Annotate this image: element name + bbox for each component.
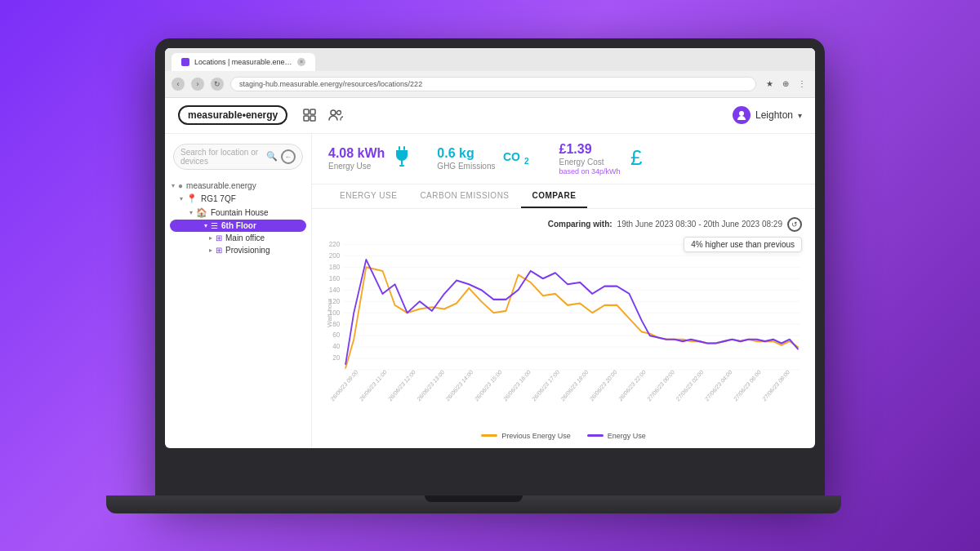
team-icon[interactable] [327, 106, 345, 124]
user-menu[interactable]: Leighton ▾ [733, 106, 802, 124]
svg-text:26/06/23 12:00: 26/06/23 12:00 [387, 368, 416, 402]
svg-point-4 [331, 110, 336, 115]
svg-rect-9 [401, 160, 403, 165]
user-name: Leighton [755, 109, 793, 121]
back-nav-btn[interactable]: ‹ [172, 78, 185, 91]
chevron-down-icon-floor: ▾ [204, 222, 207, 229]
ghg-value: 0.6 kg [437, 146, 495, 161]
tree-item-main-office[interactable]: ▸ ⊞ Main office [165, 232, 311, 244]
tree-item-root[interactable]: ▾ ● measurable.energy [165, 180, 311, 192]
address-text: staging-hub.measurable.energy/resources/… [239, 80, 422, 88]
tree-item-provisioning[interactable]: ▸ ⊞ Provisioning [165, 244, 311, 256]
svg-text:26/06/23 17:00: 26/06/23 17:00 [532, 368, 560, 402]
browser-chrome: Locations | measurable.energy × × ‹ › ↻ … [165, 48, 815, 98]
search-bar[interactable]: Search for location or devices 🔍 ← [173, 144, 303, 170]
svg-text:26/06/23 18:00: 26/06/23 18:00 [560, 368, 589, 402]
svg-text:27/06/23 02:00: 27/06/23 02:00 [675, 368, 704, 402]
svg-rect-2 [304, 116, 309, 121]
browser-tabs: Locations | measurable.energy × × [165, 48, 815, 71]
tab-favicon [181, 58, 189, 66]
svg-text:180: 180 [329, 262, 341, 271]
building-icon: 🏠 [196, 207, 207, 218]
svg-rect-8 [403, 146, 405, 150]
tree-item-building[interactable]: ▾ 🏠 Fountain House [165, 206, 311, 220]
reload-nav-btn[interactable]: ↻ [211, 78, 224, 91]
svg-text:26/06/23 14:00: 26/06/23 14:00 [445, 368, 474, 402]
search-placeholder: Search for location or devices [180, 148, 263, 166]
tab-energy-use-label: ENERGY USE [340, 191, 397, 200]
browser-actions: ★ ⊕ ⋮ [763, 78, 808, 91]
svg-text:26/06/23 13:00: 26/06/23 13:00 [416, 368, 445, 402]
svg-text:26/06/23 20:00: 26/06/23 20:00 [589, 368, 617, 402]
tab-close-btn[interactable]: × [297, 58, 305, 66]
svg-text:26/06/23 15:00: 26/06/23 15:00 [474, 368, 502, 402]
laptop-notch [425, 495, 523, 502]
cost-label: Energy Cost [559, 157, 620, 167]
root-icon: ● [178, 181, 183, 190]
pound-icon: £ [629, 145, 647, 172]
cost-sublabel: based on 34p/kWh [559, 167, 620, 176]
energy-value: 4.08 kWh [328, 146, 385, 161]
svg-text:Watt-hour: Watt-hour [327, 297, 333, 327]
svg-text:27/06/23 00:00: 27/06/23 00:00 [646, 368, 675, 402]
svg-text:26/06/23 16:00: 26/06/23 16:00 [502, 368, 531, 402]
address-bar[interactable]: staging-hub.measurable.energy/resources/… [230, 77, 756, 91]
tab-carbon[interactable]: CARBON EMISSIONS [408, 184, 520, 208]
history-icon[interactable]: ↺ [787, 217, 802, 232]
forward-nav-btn[interactable]: › [191, 78, 204, 91]
higher-badge: 4% higher use than previous [684, 237, 802, 252]
svg-text:160: 160 [329, 273, 341, 282]
search-icon[interactable]: 🔍 [266, 151, 278, 162]
legend-previous: Previous Energy Use [481, 432, 571, 440]
sidebar: Search for location or devices 🔍 ← ▾ ● m… [165, 134, 312, 448]
tab-compare-label: COMPARE [532, 191, 577, 200]
svg-text:220: 220 [329, 239, 341, 248]
stat-cost: £1.39 Energy Cost based on 34p/kWh £ [559, 142, 646, 176]
laptop-frame: Locations | measurable.energy × × ‹ › ↻ … [155, 38, 825, 495]
svg-text:27/06/23 06:00: 27/06/23 06:00 [733, 368, 761, 402]
svg-text:£: £ [630, 145, 643, 168]
co2-icon: CO 2 [503, 148, 532, 170]
right-panel: 4.08 kWh Energy Use [312, 134, 815, 448]
browser-tab-active[interactable]: Locations | measurable.energy × × [172, 53, 315, 71]
user-chevron-icon: ▾ [798, 111, 802, 120]
chart-svg: 220 200 180 160 140 120 100 80 60 40 [325, 237, 802, 427]
tree-label-provisioning: Provisioning [225, 246, 270, 255]
chevron-down-icon-postcode: ▾ [180, 195, 183, 202]
back-btn[interactable]: ← [281, 149, 296, 164]
ghg-label: GHG Emissions [437, 161, 495, 171]
tree-item-floor[interactable]: ▾ ☰ 6th Floor [170, 220, 306, 232]
svg-rect-10 [399, 165, 404, 167]
tab-carbon-label: CARBON EMISSIONS [420, 191, 509, 200]
svg-rect-3 [310, 116, 315, 121]
tab-energy-use[interactable]: ENERGY USE [328, 184, 408, 208]
svg-text:26/06/23 09:00: 26/06/23 09:00 [330, 368, 359, 402]
floor-icon: ☰ [211, 221, 218, 230]
grid-icon[interactable] [301, 106, 318, 124]
svg-text:40: 40 [332, 341, 340, 350]
tree-item-postcode[interactable]: ▾ 📍 RG1 7QF [165, 192, 311, 206]
menu-icon[interactable]: ⋮ [795, 78, 808, 91]
comparing-label: Comparing with: [548, 220, 612, 229]
extensions-icon[interactable]: ⊕ [779, 78, 792, 91]
tree-label-building: Fountain House [211, 208, 269, 217]
tree-label-floor: 6th Floor [221, 221, 256, 230]
chevron-down-icon: ▾ [172, 182, 175, 189]
laptop-base [106, 495, 841, 513]
legend-label-current: Energy Use [608, 432, 646, 440]
chart-header: Comparing with: 19th June 2023 08:30 - 2… [325, 217, 802, 232]
main-content: Search for location or devices 🔍 ← ▾ ● m… [165, 134, 815, 448]
chevron-right-icon-prov: ▸ [209, 247, 212, 254]
chevron-right-icon-office: ▸ [209, 234, 212, 242]
office-icon: ⊞ [216, 233, 222, 242]
tree-label-main-office: Main office [225, 233, 265, 242]
comparing-dates: 19th June 2023 08:30 - 20th June 2023 08… [617, 220, 782, 229]
tab-compare[interactable]: COMPARE [521, 184, 588, 208]
svg-rect-7 [399, 146, 400, 150]
svg-text:20: 20 [332, 353, 340, 362]
legend-label-previous: Previous Energy Use [501, 432, 571, 440]
bookmark-icon[interactable]: ★ [763, 78, 776, 91]
browser-toolbar: ‹ › ↻ staging-hub.measurable.energy/reso… [165, 71, 815, 97]
logo[interactable]: measurable•energy [178, 105, 287, 125]
user-avatar [733, 106, 751, 124]
